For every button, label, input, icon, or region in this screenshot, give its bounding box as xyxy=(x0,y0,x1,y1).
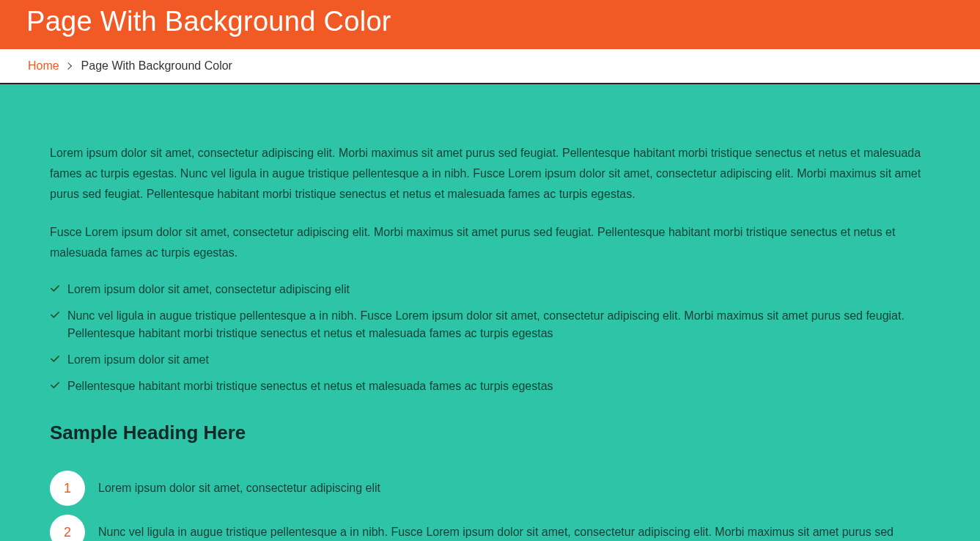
check-icon xyxy=(50,283,60,293)
check-icon xyxy=(50,380,60,390)
checklist-item-text: Lorem ipsum dolor sit amet xyxy=(67,353,209,366)
number-badge: 2 xyxy=(50,515,85,541)
page-content: Lorem ipsum dolor sit amet, consectetur … xyxy=(0,84,980,541)
numbered-list: 1 Lorem ipsum dolor sit amet, consectetu… xyxy=(50,471,930,541)
checklist-item: Lorem ipsum dolor sit amet xyxy=(50,351,930,369)
page-title: Page With Background Color xyxy=(26,6,954,37)
checklist-item-text: Nunc vel ligula in augue tristique pelle… xyxy=(67,309,905,339)
numbered-list-item: 1 Lorem ipsum dolor sit amet, consectetu… xyxy=(50,471,930,506)
checklist-item: Lorem ipsum dolor sit amet, consectetur … xyxy=(50,281,930,298)
checklist-item-text: Lorem ipsum dolor sit amet, consectetur … xyxy=(67,283,350,295)
page-header: Page With Background Color xyxy=(0,0,980,49)
check-icon xyxy=(50,309,60,320)
checklist-item: Pellentesque habitant morbi tristique se… xyxy=(50,378,930,395)
numbered-list-text: Lorem ipsum dolor sit amet, consectetur … xyxy=(98,471,380,497)
breadcrumb-home-link[interactable]: Home xyxy=(28,59,59,72)
numbered-list-item: 2 Nunc vel ligula in augue tristique pel… xyxy=(50,515,930,541)
breadcrumb-current: Page With Background Color xyxy=(81,59,232,72)
intro-paragraph-1: Lorem ipsum dolor sit amet, consectetur … xyxy=(50,143,930,205)
checklist: Lorem ipsum dolor sit amet, consectetur … xyxy=(50,281,930,395)
intro-paragraph-2: Fusce Lorem ipsum dolor sit amet, consec… xyxy=(50,222,930,263)
chevron-right-icon xyxy=(65,62,72,70)
checklist-item: Nunc vel ligula in augue tristique pelle… xyxy=(50,307,930,342)
number-badge: 1 xyxy=(50,471,85,506)
breadcrumb: Home Page With Background Color xyxy=(0,49,980,84)
numbered-list-text: Nunc vel ligula in augue tristique pelle… xyxy=(98,515,930,541)
check-icon xyxy=(50,353,60,364)
sample-heading: Sample Heading Here xyxy=(50,422,930,444)
checklist-item-text: Pellentesque habitant morbi tristique se… xyxy=(67,380,553,392)
